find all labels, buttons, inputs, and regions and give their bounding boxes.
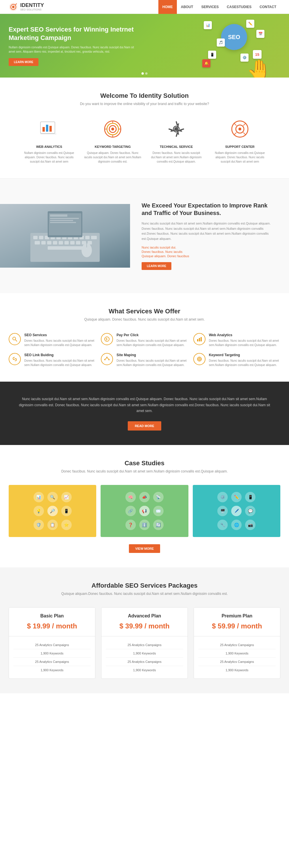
float-icon-1: 📊: [204, 21, 212, 29]
nav-about[interactable]: ABOUT: [177, 0, 197, 14]
svg-rect-65: [106, 357, 108, 358]
pricing-subtitle: Quisque aliquam.Donec faucibus. Nunc iac…: [9, 592, 280, 596]
case-icon-3-2: ✏️: [231, 492, 242, 502]
rank-section: We Exceed Your Expectation to Improve Ra…: [0, 179, 289, 293]
svg-point-57: [13, 337, 15, 340]
service-2-title: Pay Per Click: [116, 333, 187, 337]
seo-service-icon: [9, 333, 21, 345]
rank-link-2: Donec faucibus. Nunc iaculis: [142, 250, 278, 253]
link-service-icon: [9, 353, 21, 365]
case-icon-1-2: 🔍: [47, 492, 58, 502]
nav-contact[interactable]: CONTACT: [255, 0, 280, 14]
analytics-icon: [39, 119, 59, 139]
case-icon-3-7: 🔧: [217, 520, 228, 530]
basic-feature-2: 1,900 Keywords: [13, 649, 91, 658]
svg-rect-52: [50, 218, 79, 219]
hero-learn-more-button[interactable]: LEARN MORE: [9, 58, 38, 66]
hero-content: Expert SEO Services for Winning Inetrnet…: [0, 17, 145, 74]
nav-home[interactable]: HOME: [158, 0, 177, 14]
svg-rect-63: [201, 337, 202, 341]
case-icon-3-3: 📱: [245, 492, 255, 502]
case-icon-2-6: ✉️: [153, 506, 164, 516]
svg-line-23: [234, 132, 237, 135]
dot-2[interactable]: [145, 72, 148, 75]
svg-rect-62: [199, 338, 200, 341]
read-more-button[interactable]: READ MORE: [128, 421, 161, 431]
features-grid: WEB ANALYTICS Nullam dignissim convallis…: [9, 118, 280, 164]
services-subtitle: Quisque aliquam. Donec faucibus. Nunc ia…: [9, 317, 280, 321]
svg-rect-54: [50, 222, 76, 223]
service-4-title: SEO Link Buiding: [24, 353, 95, 357]
service-keyword: Keyword Targeting Donec faucibus. Nunc i…: [193, 353, 280, 367]
float-icon-8: 15: [253, 50, 261, 59]
hero-title: Expert SEO Services for Winning Inetrnet…: [9, 26, 136, 42]
advanced-plan-features: 25 Analytics Campaigns 1,900 Keywords 25…: [102, 637, 187, 679]
service-3-title: Web Analytics: [209, 333, 280, 337]
ppc-service-icon: $: [101, 333, 113, 345]
premium-plan-features: 25 Analytics Campaigns 1,900 Keywords 25…: [194, 637, 280, 679]
advanced-plan-price: $ 39.99 / month: [106, 622, 183, 630]
svg-rect-42: [59, 241, 63, 245]
svg-rect-6: [46, 125, 48, 132]
float-icon-4: 📱: [208, 51, 216, 59]
rank-links: Nunc iaculis suscipit dui. Donec faucibu…: [142, 246, 278, 258]
premium-plan-name: Premium Plan: [198, 613, 276, 619]
service-1-title: SEO Services: [24, 333, 95, 337]
welcome-title: Welcome To Identity Solution: [9, 92, 280, 99]
view-more-button[interactable]: VIEW MORE: [129, 544, 160, 553]
basic-feature-1: 25 Analytics Campaigns: [13, 641, 91, 649]
float-icon-5: 🎵: [217, 38, 225, 46]
services-grid: SEO Services Donec faucibus. Nunc iaculi…: [9, 333, 280, 367]
float-icon-7: 🔔: [202, 59, 210, 67]
logo-icon: [9, 2, 18, 11]
service-analytics: Web Analytics Donec faucibus. Nunc iacul…: [193, 333, 280, 347]
case-icons-3: ⚙️ ✏️ 📱 🖥️ 🖊️ 💬 🔧 🌐 📷: [217, 491, 256, 531]
logo: IDENTITY SEO SOLUTIONS: [9, 2, 44, 11]
nav-casestudies[interactable]: CASESTUDIES: [223, 0, 255, 14]
hero-section: Expert SEO Services for Winning Inetrnet…: [0, 14, 289, 78]
keyword-service-icon: [193, 353, 206, 365]
case-icon-3-4: 🖥️: [217, 506, 228, 516]
svg-rect-66: [104, 359, 106, 360]
nav-services[interactable]: SERVICES: [197, 0, 222, 14]
hero-text: Nullam dignissim convallis est.Quisque a…: [9, 45, 136, 54]
svg-point-18: [174, 127, 178, 131]
case-icons-1: 📊 🔍 📈 💡 🔎 📱 🛡️ 📋 ⭐: [33, 491, 72, 531]
case-card-1: 📊 🔍 📈 💡 🔎 📱 🛡️ 📋 ⭐: [9, 485, 96, 537]
support-icon-wrap: [228, 118, 251, 141]
navigation: IDENTITY SEO SOLUTIONS HOME ABOUT SERVIC…: [0, 0, 289, 14]
advanced-feature-4: 1,900 Keywords: [106, 666, 183, 674]
basic-plan-name: Basic Plan: [13, 613, 91, 619]
premium-feature-4: 1,900 Keywords: [198, 666, 276, 674]
feature-2-text: Quisque aliquam. Donec faucibus. Nunc ia…: [84, 151, 142, 164]
rank-title: We Exceed Your Expectation to Improve Ra…: [142, 202, 278, 217]
svg-rect-40: [47, 241, 51, 245]
svg-line-68: [105, 358, 107, 359]
premium-feature-3: 25 Analytics Campaigns: [198, 658, 276, 666]
case-icon-3-1: ⚙️: [217, 492, 228, 502]
service-1-text: Donec faucibus. Nunc iaculis suscipit du…: [24, 339, 95, 347]
svg-rect-61: [197, 339, 198, 341]
rank-content: We Exceed Your Expectation to Improve Ra…: [130, 193, 289, 279]
seo-circle: SEO: [221, 24, 247, 50]
service-6-title: Keyword Targeting: [209, 353, 280, 357]
tablet-visual: [0, 204, 130, 268]
basic-feature-3: 25 Analytics Campaigns: [13, 658, 91, 666]
dark-section: Nunc iaculis suscipit dui.Nam sit amet s…: [0, 382, 289, 445]
service-ppc: $ Pay Per Click Donec faucibus. Nunc iac…: [101, 333, 187, 347]
service-5-text: Donec faucibus. Nunc iaculis suscipit du…: [116, 359, 187, 367]
rank-learn-more-button[interactable]: LEARN MORE: [142, 262, 171, 270]
case-icon-3-center: 🖊️: [231, 506, 242, 516]
case-studies-section: Case Studies Donec faucibus. Nunc iaculi…: [0, 445, 289, 567]
analytics-service-icon: [193, 333, 206, 345]
rank-text: Nunc iaculis suscipit dui.Nam sit amet s…: [142, 221, 278, 241]
svg-rect-36: [85, 236, 89, 239]
services-section: What Services We Offer Quisque aliquam. …: [0, 293, 289, 382]
pricing-card-premium: Premium Plan $ 59.99 / month 25 Analytic…: [194, 607, 280, 679]
service-3-text: Donec faucibus. Nunc iaculis suscipit du…: [209, 339, 280, 347]
service-seo: SEO Services Donec faucibus. Nunc iaculi…: [9, 333, 95, 347]
svg-line-58: [15, 340, 17, 341]
service-2-text: Donec faucibus. Nunc iaculis suscipit du…: [116, 339, 187, 347]
case-icon-3-6: 💬: [245, 506, 255, 516]
basic-feature-4: 1,900 Keywords: [13, 666, 91, 674]
